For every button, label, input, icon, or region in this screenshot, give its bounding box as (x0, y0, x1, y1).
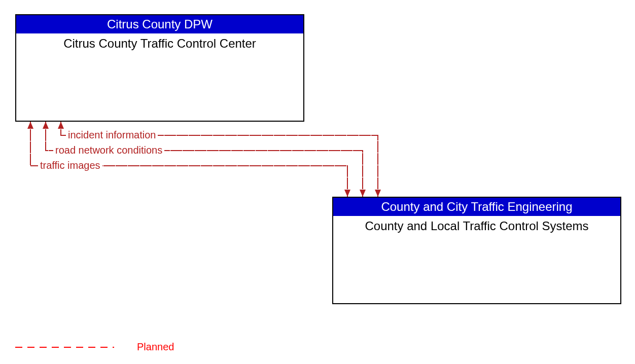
flow-label-incident-information: incident information (66, 129, 158, 141)
node-header: Citrus County DPW (16, 15, 303, 33)
node-citrus-county-dpw: Citrus County DPW Citrus County Traffic … (15, 14, 304, 122)
node-body: Citrus County Traffic Control Center (16, 33, 303, 51)
flow-label-road-network-conditions: road network conditions (53, 144, 164, 156)
flow-label-traffic-images: traffic images (38, 160, 102, 171)
node-body: County and Local Traffic Control Systems (333, 216, 620, 233)
node-county-city-traffic-engineering: County and City Traffic Engineering Coun… (332, 197, 621, 304)
legend-planned-label: Planned (137, 341, 174, 353)
node-header: County and City Traffic Engineering (333, 198, 620, 216)
